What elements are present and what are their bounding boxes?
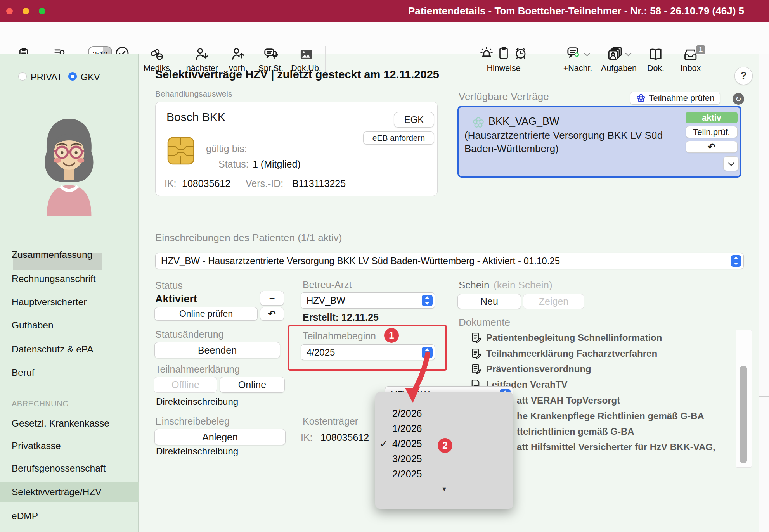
sidebar-item-rechnungsanschrift[interactable]: Rechnungsanschrift: [12, 270, 96, 288]
teilnahme-pruefen-button[interactable]: Teilnahme prüfen: [630, 92, 720, 105]
toolbar-separator: [559, 46, 559, 74]
sidebar-item-hauptversicherter[interactable]: Hauptversicherter: [12, 293, 87, 311]
versid-value: B113113225: [292, 178, 346, 189]
document-list-item-partial[interactable]: att VERAH TopVersorgt: [517, 395, 620, 406]
refresh-button[interactable]: ↻: [733, 93, 744, 105]
anlegen-button[interactable]: Anlegen: [154, 429, 286, 445]
window-scrollbar-track[interactable]: [759, 54, 769, 532]
patient-sidebar: PRIVAT GKV Zusammenfassung Rechnungsansc: [0, 54, 139, 532]
schein-zeigen-button[interactable]: Zeigen: [523, 294, 584, 309]
help-button[interactable]: ?: [734, 67, 753, 85]
status-undo-button[interactable]: ↶: [260, 307, 284, 321]
undo-contract-button[interactable]: ↶: [686, 141, 738, 153]
einschreibung-select[interactable]: HZV_BW - Hausarztzentrierte Versorgung B…: [155, 253, 744, 269]
document-edit-icon: [471, 348, 482, 359]
menu-option-label: 4/2025: [392, 438, 422, 449]
teilnahmeerklaerung-label: Teilnahmeerklärung: [155, 364, 240, 375]
menu-option-label: 3/2025: [392, 453, 422, 465]
sidebar-item-selektivvertraege-hzv[interactable]: Selektivverträge/HZV: [0, 482, 139, 502]
menu-option[interactable]: 2/2025: [375, 466, 513, 482]
close-window-button[interactable]: [6, 8, 13, 14]
beenden-button[interactable]: Beenden: [154, 342, 280, 358]
toolbar-aufgaben-button[interactable]: Aufgaben: [601, 46, 637, 73]
pills-icon: [149, 46, 165, 63]
einschreibungen-header: Einschreibungen des Patienten (1/1 aktiv…: [155, 232, 342, 244]
status-minus-button[interactable]: −: [260, 291, 284, 306]
menu-option-label: 2/2025: [392, 468, 422, 480]
teilnahmebeginn-select[interactable]: 4/2025: [301, 344, 435, 360]
egk-button[interactable]: EGK: [394, 112, 434, 128]
contract-item[interactable]: BKK_VAG_BW (Hausarztzentrierte Versorgun…: [457, 106, 741, 178]
document-label: he Krankenpflege Richtlinien gemäß G-BA: [517, 411, 704, 421]
document-list-item-partial[interactable]: att Hilfsmittel Versicherter für HzV BKK…: [517, 442, 715, 453]
select-stepper-icon: [422, 295, 433, 306]
offline-button[interactable]: Offline: [154, 377, 217, 393]
menu-more-indicator[interactable]: ▾: [375, 485, 513, 493]
documents-scrollbar-thumb[interactable]: [740, 366, 747, 463]
teilnahmebeginn-select-value: 4/2025: [307, 347, 335, 358]
menu-option-label: 2/2026: [392, 408, 422, 419]
direkteinschreibung-text: Direkteinschreibung: [156, 446, 238, 457]
online-pruefen-button[interactable]: Online prüfen: [154, 307, 258, 321]
document-list-item[interactable]: Teilnahmeerklärung Facharztverfahren: [471, 348, 657, 359]
kostentraeger-ik-value: 108035612: [320, 432, 369, 443]
betreu-arzt-select-value: HZV_BW: [307, 295, 345, 306]
document-edit-icon: [471, 363, 482, 375]
teilnahme-pruefen-label: Teilnahme prüfen: [649, 93, 715, 103]
aktiv-status-badge: aktiv: [686, 112, 738, 123]
document-label: att VERAH TopVersorgt: [517, 395, 620, 406]
sidebar-item-gesetzl-krankenkasse[interactable]: Gesetzl. Krankenkasse: [12, 415, 109, 432]
document-list-item-partial[interactable]: ttelrichtlinien gemäß G-BA: [517, 426, 634, 437]
window-titlebar: Patientendetails - Tom Boettcher-Teilneh…: [0, 0, 769, 22]
clipboard-icon: [496, 46, 511, 63]
betreu-arzt-label: Betreu-Arzt: [303, 279, 352, 290]
insurer-name: Bosch BKK: [166, 111, 225, 124]
menu-option[interactable]: 3/2025: [375, 451, 513, 466]
sidebar-item-datenschutz-epa[interactable]: Datenschutz & ePA: [12, 340, 94, 358]
sidebar-item-zusammenfassung[interactable]: Zusammenfassung: [12, 246, 92, 264]
alarm-clock-icon: [513, 46, 528, 63]
status-label: Status:: [218, 159, 249, 170]
toolbar-inbox-label: Inbox: [681, 64, 701, 73]
annotation-badge-2: 2: [438, 438, 452, 453]
expand-contract-button[interactable]: [723, 156, 739, 171]
direkteinschreibung-text: Direkteinschreibung: [156, 396, 238, 407]
toolbar-hinweise-button[interactable]: Hinweise: [479, 46, 528, 73]
menu-option[interactable]: 1/2026: [375, 421, 513, 436]
toolbar-nachr-button[interactable]: +Nachr.: [563, 46, 592, 73]
chevron-down-icon: [584, 50, 590, 56]
document-list-item[interactable]: Präventionsverordnung: [471, 363, 591, 375]
online-button[interactable]: Online: [220, 377, 285, 393]
schein-neu-button[interactable]: Neu: [457, 294, 521, 309]
next-patient-icon: [194, 46, 210, 63]
document-label: Patientenbegleitung Schnellinformation: [486, 332, 662, 343]
sidebar-item-privatkasse[interactable]: Privatkasse: [12, 437, 61, 455]
patient-details-window: Patientendetails - Tom Boettcher-Teilneh…: [0, 0, 769, 532]
document-list-item-partial[interactable]: he Krankenpflege Richtlinien gemäß G-BA: [517, 411, 704, 421]
teilnahmebeginn-label: Teilnahmebeginn: [303, 330, 376, 342]
sidebar-item-beruf[interactable]: Beruf: [12, 364, 35, 382]
flower-icon: [472, 116, 485, 129]
previous-patient-icon: [230, 46, 246, 63]
privat-radio[interactable]: [18, 72, 27, 81]
toolbar-dok-button[interactable]: Dok.: [647, 46, 664, 73]
toolbar-nachr-label: +Nachr.: [563, 64, 592, 73]
document-label: Präventionsverordnung: [486, 364, 591, 375]
erstellt-text: Erstellt: 12.11.25: [303, 312, 379, 323]
status-value: 1 (Mitglied): [253, 159, 301, 170]
gkv-radio[interactable]: [68, 72, 77, 81]
document-list-item[interactable]: Patientenbegleitung Schnellinformation: [471, 332, 662, 344]
betreu-arzt-select[interactable]: HZV_BW: [301, 292, 435, 309]
eeb-anfordern-button[interactable]: eEB anfordern: [363, 131, 434, 145]
contract-desc-line2: Baden-Württemberg): [464, 143, 559, 155]
teiln-pruef-button[interactable]: Teiln.prüf.: [686, 126, 738, 138]
behandlungsausweis-section-label: Behandlungsausweis: [155, 89, 232, 98]
sidebar-item-guthaben[interactable]: Guthaben: [12, 316, 54, 334]
menu-option[interactable]: 2/2026: [375, 406, 513, 421]
zoom-window-button[interactable]: [39, 8, 45, 14]
select-stepper-icon: [422, 347, 433, 358]
sidebar-item-berufsgenossenschaft[interactable]: Berufsgenossenschaft: [12, 459, 106, 477]
toolbar-aufgaben-label: Aufgaben: [601, 64, 637, 73]
sidebar-item-edmp[interactable]: eDMP: [12, 507, 38, 525]
minimize-window-button[interactable]: [23, 8, 29, 14]
